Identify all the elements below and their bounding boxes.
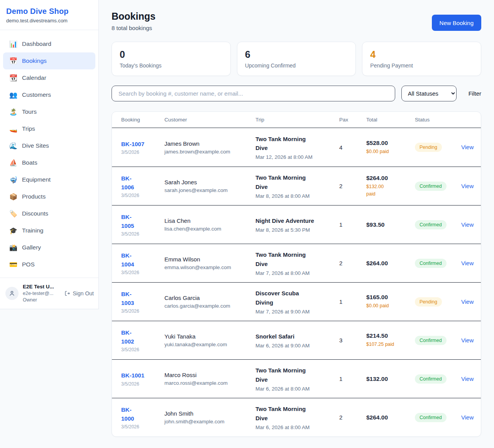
pax-value: 2 [339, 183, 366, 189]
total-bookings-count: 8 total bookings [112, 25, 156, 31]
page-title: Bookings [112, 11, 156, 22]
booking-date: 3/5/2026 [121, 270, 164, 275]
booking-id-link[interactable]: BK-1004 [121, 251, 139, 269]
sidebar-item-gallery[interactable]: 📸 Gallery [3, 239, 95, 256]
sidebar-item-trips[interactable]: 🚤 Trips [3, 120, 95, 137]
status-filter-select[interactable]: All Statuses [401, 86, 457, 101]
booking-date: 3/5/2026 [121, 308, 164, 314]
booking-date: 3/5/2026 [121, 231, 164, 237]
stats-cards: 0 Today's Bookings 6 Upcoming Confirmed … [112, 42, 481, 76]
status-cell: Confirmed [415, 374, 461, 384]
booking-date: 3/5/2026 [121, 150, 164, 155]
sidebar-item-customers[interactable]: 👥 Customers [3, 86, 95, 103]
boats-icon: ⛵ [9, 159, 17, 167]
sidebar-nav: 📊 Dashboard 📅 Bookings 📆 Calendar 👥 Cust… [0, 30, 98, 278]
sidebar-item-label: Dashboard [22, 40, 51, 47]
table-row: BK-1002 3/5/2026 Yuki Tanaka yuki.tanaka… [112, 321, 481, 359]
search-input[interactable] [112, 86, 395, 101]
user-email: e2e-tester@... [23, 290, 54, 297]
trip-datetime: Mar 7, 2026 at 8:00 AM [255, 270, 339, 276]
view-link[interactable]: View [461, 298, 474, 305]
booking-id-link[interactable]: BK-1005 [121, 212, 139, 231]
total-cell: $93.50 [366, 221, 415, 228]
user-meta: E2E Test U... e2e-tester@... Owner [23, 283, 54, 303]
person-icon [8, 290, 15, 297]
trip-datetime: Mar 8, 2026 at 8:00 AM [255, 193, 339, 199]
view-link[interactable]: View [461, 221, 474, 228]
column-header-customer: Customer [164, 117, 255, 123]
view-link[interactable]: View [461, 376, 474, 382]
new-booking-button[interactable]: New Booking [432, 15, 481, 31]
booking-id-link[interactable]: BK-1007 [121, 140, 144, 148]
sidebar-item-calendar[interactable]: 📆 Calendar [3, 69, 95, 86]
booking-id-link[interactable]: BK-1000 [121, 405, 139, 423]
view-link[interactable]: View [461, 337, 474, 344]
view-link[interactable]: View [461, 260, 474, 266]
sidebar-item-dashboard[interactable]: 📊 Dashboard [3, 35, 95, 52]
sidebar-item-label: Training [22, 227, 43, 234]
user-role: Owner [23, 297, 54, 303]
shop-name: Demo Dive Shop [6, 7, 92, 16]
booking-id-link[interactable]: BK-1006 [121, 174, 139, 192]
status-cell: Confirmed [415, 182, 461, 191]
customer-email: marco.rossi@example.com [164, 380, 255, 386]
sidebar-item-products[interactable]: 📦 Products [3, 188, 95, 205]
pax-value: 1 [339, 376, 366, 382]
trip-cell: Night Dive Adventure Mar 8, 2026 at 5:30… [255, 216, 339, 233]
total-cell: $132.00 [366, 376, 415, 382]
customer-email: emma.wilson@example.com [164, 264, 255, 270]
customers-icon: 👥 [9, 91, 17, 99]
booking-id-link[interactable]: BK-1002 [121, 328, 139, 346]
table-row: BK-1007 3/5/2026 James Brown james.brown… [112, 128, 481, 167]
sidebar-item-tours[interactable]: 🏝️ Tours [3, 103, 95, 120]
avatar [5, 287, 19, 300]
stat-label: Today's Bookings [120, 62, 223, 69]
sidebar-item-equipment[interactable]: 🤿 Equipment [3, 171, 95, 188]
view-link[interactable]: View [461, 144, 474, 150]
trip-cell: Two Tank Morning Dive Mar 7, 2026 at 8:0… [255, 250, 339, 276]
trip-name: Two Tank Morning Dive [255, 135, 314, 153]
view-link[interactable]: View [461, 414, 474, 421]
trip-cell: Two Tank Morning Dive Mar 6, 2026 at 8:0… [255, 366, 339, 392]
customer-cell: Sarah Jones sarah.jones@example.com [164, 179, 255, 193]
customer-cell: Marco Rossi marco.rossi@example.com [164, 372, 255, 386]
booking-cell: BK-1002 3/5/2026 [121, 328, 164, 353]
bookings-icon: 📅 [9, 57, 17, 65]
booking-id-link[interactable]: BK-1003 [121, 290, 139, 308]
filter-button[interactable]: Filter [469, 90, 481, 97]
sign-out-button[interactable]: Sign Out [64, 290, 94, 296]
stat-value: 6 [245, 49, 348, 60]
view-link[interactable]: View [461, 183, 474, 189]
sidebar-item-dive-sites[interactable]: 🌊 Dive Sites [3, 137, 95, 154]
sidebar-item-pos[interactable]: 💳 POS [3, 256, 95, 273]
trip-name: Two Tank Morning Dive [255, 366, 314, 384]
sidebar-item-bookings[interactable]: 📅 Bookings [3, 52, 95, 69]
sidebar-item-label: Calendar [22, 74, 46, 81]
app-root: Demo Dive Shop demo.test.divestreams.com… [0, 0, 494, 448]
sidebar-item-discounts[interactable]: 🏷️ Discounts [3, 205, 95, 222]
customer-cell: Emma Wilson emma.wilson@example.com [164, 256, 255, 270]
sidebar-item-boats[interactable]: ⛵ Boats [3, 154, 95, 171]
products-icon: 📦 [9, 193, 17, 201]
dashboard-icon: 📊 [9, 40, 17, 48]
sidebar-item-label: Dive Sites [22, 142, 49, 149]
customer-name: Carlos Garcia [164, 295, 255, 301]
trip-datetime: Mar 7, 2026 at 9:00 AM [255, 309, 339, 315]
status-badge: Pending [415, 143, 442, 152]
trip-datetime: Mar 6, 2026 at 8:00 AM [255, 424, 339, 430]
status-cell: Confirmed [415, 336, 461, 345]
booking-date: 3/5/2026 [121, 347, 164, 352]
customer-email: sarah.jones@example.com [164, 187, 255, 193]
sidebar-item-label: Discounts [22, 210, 48, 217]
sidebar-user-footer: E2E Test U... e2e-tester@... Owner Sign … [0, 278, 98, 309]
trip-name: Two Tank Morning Dive [255, 250, 314, 268]
trip-datetime: Mar 8, 2026 at 5:30 PM [255, 227, 339, 233]
bookings-table: BookingCustomerTripPaxTotalStatus BK-100… [112, 111, 481, 437]
user-name: E2E Test U... [23, 283, 54, 290]
stat-card-pending-payment: 4 Pending Payment [362, 42, 481, 76]
page-header: Bookings 8 total bookings New Booking [112, 11, 481, 31]
booking-id-link[interactable]: BK-1001 [121, 371, 144, 380]
sidebar-item-training[interactable]: 🎓 Training [3, 222, 95, 239]
pax-value: 4 [339, 144, 366, 151]
view-cell: View [461, 183, 474, 190]
